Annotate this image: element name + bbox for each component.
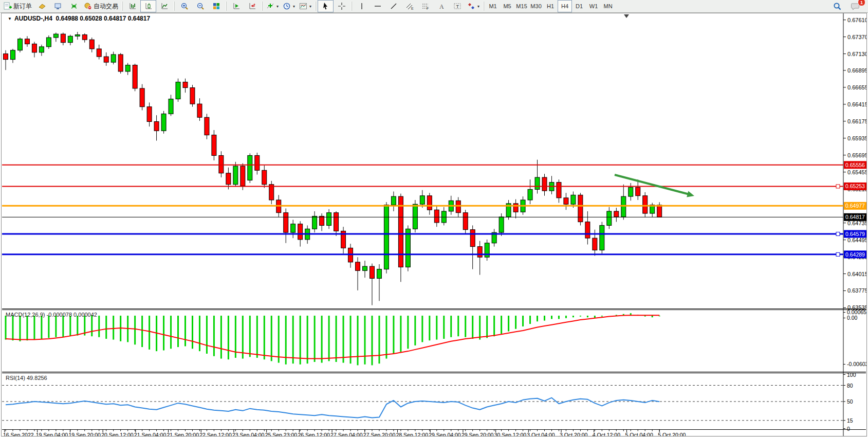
candle-down[interactable]: [212, 135, 216, 156]
tf-mn[interactable]: MN: [601, 0, 615, 12]
new-order-button[interactable]: 新订单: [2, 0, 34, 12]
candle-down[interactable]: [463, 213, 468, 230]
candle-down[interactable]: [147, 107, 152, 122]
candles[interactable]: [4, 32, 662, 305]
candle-up[interactable]: [621, 196, 626, 217]
candle-down[interactable]: [183, 82, 188, 88]
candle-down[interactable]: [104, 57, 108, 62]
candle-down[interactable]: [133, 65, 137, 88]
zoom-out-button[interactable]: [192, 0, 208, 12]
candle-up[interactable]: [46, 38, 51, 47]
candle-up[interactable]: [39, 47, 44, 52]
tf-m1[interactable]: M1: [486, 0, 500, 12]
candle-down[interactable]: [219, 155, 224, 173]
periods-button[interactable]: ▾: [281, 0, 297, 12]
tf-m15[interactable]: M15: [514, 0, 529, 12]
candle-up[interactable]: [413, 204, 417, 229]
text-button[interactable]: A: [433, 0, 449, 12]
line-handle[interactable]: [836, 252, 840, 256]
candle-down[interactable]: [262, 170, 267, 184]
candle-down[interactable]: [470, 230, 475, 247]
candle-up[interactable]: [600, 225, 604, 250]
candle-down[interactable]: [456, 201, 460, 212]
equidistant-channel-button[interactable]: E: [401, 0, 417, 12]
chart-shift-marker[interactable]: [624, 14, 629, 18]
candle-up[interactable]: [607, 211, 612, 225]
tf-m5[interactable]: M5: [500, 0, 514, 12]
candle-up[interactable]: [68, 36, 72, 42]
market-watch-button[interactable]: [34, 0, 50, 12]
candle-up[interactable]: [176, 82, 180, 99]
candle-up[interactable]: [327, 213, 331, 226]
candle-down[interactable]: [25, 39, 29, 44]
candle-up[interactable]: [17, 39, 22, 50]
candle-up[interactable]: [312, 216, 317, 229]
rsi-pane[interactable]: 1008050150: [2, 372, 856, 432]
candle-up[interactable]: [291, 224, 296, 232]
macd-pane[interactable]: 0.0006510.00-0.006036: [6, 309, 866, 367]
candle-down[interactable]: [226, 173, 231, 185]
crosshair-button[interactable]: [334, 0, 349, 12]
trendline-button[interactable]: [385, 0, 401, 12]
candle-down[interactable]: [205, 117, 209, 135]
candle-up[interactable]: [10, 50, 15, 60]
chart-window[interactable]: ▼AUDUSD-,H4 0.64988 0.65028 0.64817 0.64…: [1, 13, 867, 436]
candle-up[interactable]: [571, 195, 576, 204]
bar-chart-button[interactable]: [124, 0, 140, 12]
tile-windows-button[interactable]: [208, 0, 224, 12]
text-label-button[interactable]: T: [449, 0, 465, 12]
notifications-button[interactable]: 1: [847, 0, 863, 12]
tf-m30[interactable]: M30: [529, 0, 543, 12]
candle-down[interactable]: [32, 44, 36, 52]
candle-up[interactable]: [384, 205, 389, 269]
tf-h4[interactable]: H4: [558, 0, 572, 12]
candle-up[interactable]: [233, 166, 238, 185]
candle-down[interactable]: [636, 187, 640, 195]
cursor-button[interactable]: [318, 0, 334, 12]
candle-down[interactable]: [614, 211, 619, 217]
horizontal-line-button[interactable]: [370, 0, 385, 12]
candle-up[interactable]: [535, 177, 540, 189]
candle-down[interactable]: [427, 196, 432, 210]
signals-button[interactable]: [66, 0, 82, 12]
candlestick-chart-button[interactable]: [140, 0, 156, 12]
candle-down[interactable]: [657, 205, 662, 217]
candle-down[interactable]: [140, 88, 144, 107]
candle-up[interactable]: [420, 196, 424, 204]
candle-down[interactable]: [593, 238, 597, 250]
candle-down[interactable]: [564, 198, 568, 204]
candle-down[interactable]: [356, 262, 360, 270]
horizontal-level-lines[interactable]: [2, 165, 843, 257]
arrows-button[interactable]: ▾: [465, 0, 482, 12]
candle-down[interactable]: [61, 34, 65, 42]
candle-down[interactable]: [89, 40, 94, 49]
candle-down[interactable]: [4, 54, 8, 60]
price-axis[interactable]: 0.676100.673700.671300.668950.666550.664…: [843, 17, 866, 311]
candle-down[interactable]: [241, 166, 245, 186]
candle-up[interactable]: [111, 54, 116, 62]
templates-button[interactable]: ▾: [297, 0, 313, 12]
candle-down[interactable]: [334, 213, 339, 231]
chart-plot[interactable]: 0.676100.673700.671300.668950.666550.664…: [2, 13, 866, 436]
candle-down[interactable]: [398, 196, 403, 267]
candle-down[interactable]: [542, 177, 547, 191]
candle-down[interactable]: [190, 88, 195, 104]
tf-d1[interactable]: D1: [572, 0, 586, 12]
symbol-dropdown-icon[interactable]: ▼: [8, 16, 12, 21]
chart-shift-button[interactable]: [244, 0, 260, 12]
candle-up[interactable]: [377, 269, 381, 279]
candle-down[interactable]: [154, 121, 159, 131]
candle-down[interactable]: [320, 216, 324, 226]
candle-down[interactable]: [477, 247, 482, 258]
indicators-button[interactable]: ▾: [264, 0, 281, 12]
candle-up[interactable]: [391, 196, 396, 205]
candle-down[interactable]: [97, 49, 101, 57]
candle-down[interactable]: [298, 224, 303, 240]
candle-down[interactable]: [255, 155, 260, 170]
search-button[interactable]: [829, 0, 845, 12]
candle-up[interactable]: [363, 266, 367, 270]
candle-up[interactable]: [248, 155, 252, 180]
candle-up[interactable]: [528, 189, 532, 200]
candle-down[interactable]: [578, 195, 583, 222]
time-axis[interactable]: 16 Sep 202219 Sep 04:0019 Sep 20:0020 Se…: [3, 430, 686, 436]
